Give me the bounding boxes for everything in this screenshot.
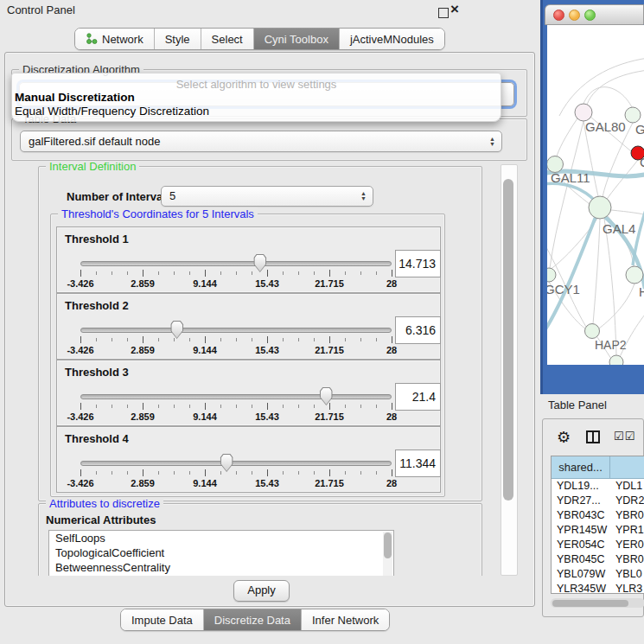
table-cell[interactable]: YBR045C — [552, 552, 610, 567]
slider-tick — [376, 471, 377, 475]
main-vertical-scrollbar[interactable] — [501, 164, 518, 576]
table-column-header[interactable]: n — [610, 456, 644, 478]
network-node-label: GCY1 — [547, 282, 580, 296]
network-window-titlebar[interactable] — [545, 4, 644, 25]
threshold-value-field[interactable]: 11.344 — [395, 450, 441, 477]
tab-select[interactable]: Select — [201, 29, 254, 49]
table-row[interactable]: YDR27...YDR2 — [552, 494, 644, 508]
attributes-list-scrollbar[interactable] — [383, 532, 392, 576]
tab-impute-data[interactable]: Impute Data — [121, 609, 204, 630]
slider-thumb[interactable] — [170, 321, 183, 339]
apply-button[interactable]: Apply — [233, 580, 290, 602]
slider-tick — [376, 271, 377, 275]
slider-tick-label: 2.859 — [131, 345, 155, 355]
table-horizontal-scrollbar[interactable] — [551, 598, 644, 608]
table-row[interactable]: YBL079WYBL0 — [552, 567, 644, 582]
slider-tick-label: 28 — [386, 411, 397, 422]
tab-discretize-data[interactable]: Discretize Data — [204, 609, 302, 630]
tab-infer-network[interactable]: Infer Network — [302, 609, 389, 630]
select-columns-icon[interactable]: ☑☑ — [614, 430, 635, 443]
slider-track[interactable] — [80, 394, 392, 399]
network-node[interactable] — [625, 107, 641, 123]
table-row[interactable]: YBR045CYBR0 — [552, 552, 644, 567]
table-row[interactable]: YLR345WYLR3 — [552, 582, 644, 594]
table-cell[interactable]: YER0 — [610, 538, 644, 552]
network-node[interactable] — [547, 268, 556, 282]
table-column-header[interactable]: shared... — [552, 456, 610, 478]
tab-style[interactable]: Style — [155, 29, 201, 49]
tab-network[interactable]: Network — [75, 29, 155, 49]
slider-tick — [298, 271, 299, 275]
network-node[interactable] — [585, 324, 600, 339]
gear-icon[interactable]: ⚙ — [557, 428, 571, 447]
table-cell[interactable]: YBR043C — [552, 508, 610, 523]
table-cell[interactable]: YDL19... — [552, 479, 610, 494]
slider-tick — [392, 336, 392, 343]
table-cell[interactable]: YBR0 — [610, 508, 644, 523]
table-cell[interactable]: YPR145W — [552, 523, 610, 538]
table-data-combobox[interactable]: galFiltered.sif default node ▲▼ — [20, 131, 502, 152]
network-node[interactable] — [626, 266, 643, 284]
table-row[interactable]: YDL19...YDL1 — [552, 479, 644, 494]
tab-cyni-toolbox[interactable]: Cyni Toolbox — [254, 29, 340, 49]
slider-tick — [127, 338, 128, 341]
table-row[interactable]: YER054CYER0 — [552, 538, 644, 552]
close-window-light[interactable] — [553, 10, 564, 21]
table-cell[interactable]: YLR3 — [610, 582, 644, 594]
tab-jactivemnodules[interactable]: jActiveMNodules — [340, 29, 444, 49]
popup-option-equal-width[interactable]: Equal Width/Frequency Discretization — [15, 105, 209, 118]
slider-track[interactable] — [80, 328, 392, 333]
table-cell[interactable]: YER054C — [552, 538, 610, 552]
network-canvas[interactable]: GAL80GACGAL11GAL4GCY1HHAP2 — [547, 25, 644, 365]
table-row[interactable]: YPR145WYPR1 — [552, 523, 644, 538]
slider-tick-label: 2.859 — [131, 411, 155, 422]
minimize-window-light[interactable] — [569, 10, 580, 21]
network-node-label: GAL80 — [585, 119, 626, 134]
attributes-group: Attributes to discretize Numerical Attri… — [38, 503, 482, 576]
interval-definition-group: Interval Definition Number of Intervals … — [38, 166, 482, 501]
slider-track[interactable] — [80, 261, 392, 266]
slider-tick — [314, 405, 315, 408]
threshold-value-field[interactable]: 21.4 — [395, 383, 441, 411]
table-cell[interactable]: YLR345W — [552, 582, 610, 594]
popup-option-manual[interactable]: Manual Discretization — [15, 91, 135, 104]
threshold-value-field[interactable]: 6.316 — [395, 316, 441, 344]
table-cell[interactable]: YDR27... — [552, 494, 610, 508]
float-panel-icon[interactable] — [438, 8, 449, 18]
network-node[interactable] — [575, 104, 592, 121]
slider-thumb[interactable] — [220, 454, 233, 472]
numerical-attributes-list[interactable]: SelfLoopsTopologicalCoefficientBetweenne… — [48, 530, 394, 576]
network-node[interactable] — [589, 196, 611, 219]
slider-track[interactable] — [80, 461, 392, 466]
threshold-slider: -3.4262.8599.14415.4321.71528 — [80, 257, 392, 290]
zoom-window-light[interactable] — [584, 10, 596, 21]
table-cell[interactable]: YDR2 — [610, 494, 644, 508]
scrollbar-thumb[interactable] — [503, 179, 513, 501]
tab-label: Network — [102, 33, 143, 46]
number-of-intervals-combobox[interactable]: 5 ▲▼ — [161, 186, 373, 207]
slider-thumb[interactable] — [320, 387, 333, 405]
slider-tick — [189, 271, 190, 275]
threshold-value-field[interactable]: 14.713 — [395, 250, 441, 277]
attribute-list-item[interactable]: BetweennessCentrality — [49, 560, 393, 575]
slider-tick — [252, 338, 252, 341]
slider-tick — [127, 471, 128, 475]
slider-thumb[interactable] — [253, 254, 266, 272]
slider-tick — [345, 405, 346, 408]
table-cell[interactable]: YBR0 — [610, 552, 644, 567]
table-cell[interactable]: YBL079W — [552, 567, 610, 582]
split-columns-icon[interactable] — [586, 430, 600, 443]
attribute-list-item[interactable]: SelfLoops — [49, 531, 393, 545]
scrollbar-thumb[interactable] — [552, 600, 628, 607]
slider-tick — [220, 271, 221, 275]
slider-tick — [252, 471, 252, 475]
slider-tick — [205, 403, 206, 410]
table-cell[interactable]: YPR1 — [610, 523, 644, 538]
close-panel-icon[interactable]: × — [450, 1, 459, 18]
table-cell[interactable]: YBL0 — [610, 567, 644, 582]
attribute-list-item[interactable]: TopologicalCoefficient — [49, 545, 393, 560]
table-row[interactable]: YBR043CYBR0 — [552, 508, 644, 523]
slider-tick — [298, 405, 299, 408]
table-cell[interactable]: YDL1 — [610, 479, 644, 494]
network-node[interactable] — [609, 355, 623, 365]
